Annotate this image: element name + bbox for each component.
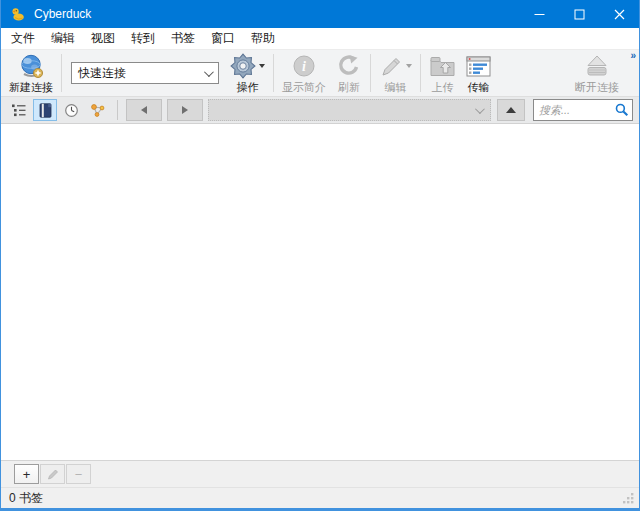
minimize-icon	[534, 9, 545, 20]
window-title: Cyberduck	[34, 7, 91, 21]
clock-icon	[64, 103, 79, 118]
get-info-label: 显示简介	[282, 80, 326, 95]
quick-connect-combobox[interactable]: 快速连接	[71, 62, 219, 84]
resize-grip[interactable]	[621, 491, 635, 505]
close-icon	[614, 9, 625, 20]
gear-icon	[230, 52, 265, 80]
menu-bookmarks[interactable]: 书签	[163, 28, 203, 49]
outline-view-button[interactable]	[7, 99, 31, 121]
maximize-button[interactable]	[559, 0, 599, 28]
disconnect-label: 断开连接	[575, 80, 619, 95]
refresh-label: 刷新	[338, 80, 360, 95]
back-arrow-icon	[141, 106, 147, 114]
edit-button[interactable]: 编辑	[374, 51, 417, 95]
search-input[interactable]	[539, 104, 615, 116]
toolbar-separator	[420, 54, 421, 92]
menu-file[interactable]: 文件	[3, 28, 43, 49]
forward-arrow-icon	[182, 106, 188, 114]
toolbar-separator	[370, 54, 371, 92]
bonjour-view-button[interactable]	[85, 99, 109, 121]
disconnect-button[interactable]: 断开连接	[570, 51, 624, 95]
new-connection-button[interactable]: 新建连接	[4, 51, 58, 95]
refresh-icon	[336, 52, 362, 80]
up-arrow-icon	[506, 107, 516, 113]
cyberduck-window: Cyberduck 文件 编辑 视图 转到 书签 窗口 帮助	[0, 0, 640, 511]
maximize-icon	[574, 9, 585, 20]
remove-bookmark-button[interactable]: −	[66, 464, 91, 484]
toolbar-overflow-chevron[interactable]: »	[630, 50, 636, 61]
action-button[interactable]: 操作	[225, 51, 270, 95]
menu-go[interactable]: 转到	[123, 28, 163, 49]
bookmark-count-text: 0 书签	[9, 490, 43, 507]
new-connection-label: 新建连接	[9, 80, 53, 95]
bonjour-molecule-icon	[89, 103, 106, 118]
duck-icon	[10, 6, 26, 22]
navigation-bar	[1, 96, 639, 124]
toolbar-separator	[61, 54, 62, 92]
add-bookmark-button[interactable]: +	[14, 464, 39, 484]
bookmark-edit-toolbar: + −	[1, 460, 639, 487]
main-toolbar: 新建连接 快速连接 操作 i	[1, 49, 639, 96]
pencil-icon	[47, 468, 59, 480]
pencil-icon	[379, 52, 412, 80]
toolbar-separator	[273, 54, 274, 92]
info-icon: i	[292, 52, 316, 80]
menu-view[interactable]: 视图	[83, 28, 123, 49]
close-button[interactable]	[599, 0, 639, 28]
minimize-button[interactable]	[519, 0, 559, 28]
action-label: 操作	[237, 80, 259, 95]
folder-upload-icon	[429, 52, 456, 80]
menu-edit[interactable]: 编辑	[43, 28, 83, 49]
navbar-separator	[117, 100, 118, 120]
go-up-button[interactable]	[497, 99, 525, 121]
action-dropdown-arrow-icon	[259, 64, 265, 68]
quick-connect-value: 快速连接	[78, 65, 126, 82]
caption-buttons	[519, 0, 639, 28]
svg-text:i: i	[302, 59, 306, 74]
chevron-down-icon	[204, 67, 214, 77]
status-bar: 0 书签	[1, 487, 639, 508]
back-button[interactable]	[126, 99, 162, 121]
magnifier-icon	[615, 103, 629, 117]
path-chevron-down-icon	[475, 104, 485, 114]
outline-tree-icon	[11, 103, 27, 117]
forward-button[interactable]	[167, 99, 203, 121]
path-combobox[interactable]	[208, 99, 491, 121]
transfers-label: 传输	[468, 80, 490, 95]
edit-bookmark-button[interactable]	[40, 464, 65, 484]
transfers-icon	[466, 52, 491, 80]
bookmarks-view-button[interactable]	[33, 99, 57, 121]
upload-button[interactable]: 上传	[424, 51, 461, 95]
eject-drive-icon	[583, 52, 611, 80]
globe-plus-icon	[18, 52, 45, 80]
edit-dropdown-arrow-icon	[406, 64, 412, 68]
menu-bar: 文件 编辑 视图 转到 书签 窗口 帮助	[1, 28, 639, 49]
edit-label: 编辑	[385, 80, 407, 95]
history-view-button[interactable]	[59, 99, 83, 121]
menu-window[interactable]: 窗口	[203, 28, 243, 49]
search-box	[533, 99, 633, 121]
book-icon	[39, 103, 52, 118]
menu-help[interactable]: 帮助	[243, 28, 283, 49]
get-info-button[interactable]: i 显示简介	[277, 51, 331, 95]
refresh-button[interactable]: 刷新	[331, 51, 367, 95]
title-bar: Cyberduck	[1, 0, 639, 28]
upload-label: 上传	[432, 80, 454, 95]
bookmark-list-area[interactable]	[1, 124, 639, 460]
transfers-button[interactable]: 传输	[461, 51, 496, 95]
